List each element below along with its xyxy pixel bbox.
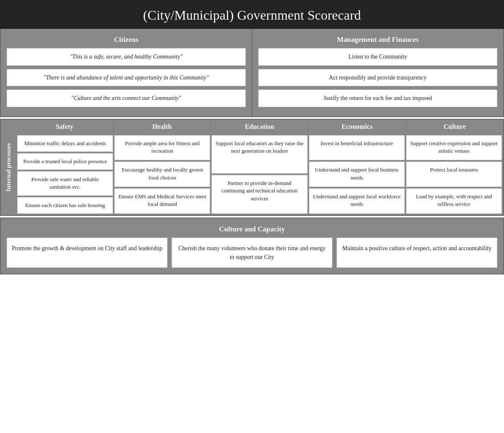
middle-content: Safety Health Education Economics Cultur… xyxy=(16,120,503,215)
citizens-card-2: "There is and abundance of talent and op… xyxy=(7,69,246,87)
education-cell-1: Support local educators as they raise th… xyxy=(211,135,307,174)
page-wrapper: (City/Municipal) Government Scorecard Ci… xyxy=(0,0,504,274)
middle-section: Internal processes Safety Health Educati… xyxy=(0,119,504,216)
bottom-header: Culture and Capacity xyxy=(7,223,497,238)
education-cell-2: Partner to provide in-demand continuing … xyxy=(211,175,307,213)
cat-header-economics: Economics xyxy=(309,120,406,134)
category-cells: Minimize traffic delays and accidents Pr… xyxy=(16,134,503,215)
health-cell-3: Ensure EMS and Medical Services meet loc… xyxy=(114,188,210,214)
category-headers: Safety Health Education Economics Cultur… xyxy=(16,120,503,134)
safety-cell-3: Provide safe water and reliable sanitati… xyxy=(17,171,113,195)
safety-cell-1: Minimize traffic delays and accidents xyxy=(17,135,113,152)
safety-cell-2: Provide a trusted local police presence xyxy=(17,153,113,170)
management-card-1: Listen to the Community xyxy=(258,48,497,66)
bottom-card-3: Maintain a positive culture of respect, … xyxy=(337,238,497,268)
health-cell-2: Encourage healthy and locally grown food… xyxy=(114,161,210,187)
education-col: Support local educators as they raise th… xyxy=(211,135,307,214)
bottom-card-1: Promote the growth & development on City… xyxy=(7,238,167,268)
citizens-card-1: "This is a safe, secure, and healthy Com… xyxy=(7,48,246,66)
culture-cell-3: Lead by example, with respect and selfle… xyxy=(406,188,502,214)
cat-header-health: Health xyxy=(113,120,211,134)
top-section: Citizens "This is a safe, secure, and he… xyxy=(0,29,504,117)
health-col: Provide ample area for fitness and recre… xyxy=(114,135,210,214)
economics-cell-2: Understand and support local business ne… xyxy=(309,161,405,187)
safety-col: Minimize traffic delays and accidents Pr… xyxy=(17,135,113,214)
page-title: (City/Municipal) Government Scorecard xyxy=(8,8,496,23)
internal-processes-label: Internal processes xyxy=(1,120,16,215)
cat-header-education: Education xyxy=(211,120,309,134)
management-card-2: Act responsibly and provide transparency xyxy=(258,69,497,87)
economics-cell-1: Invest in beneficial infrastructure xyxy=(309,135,405,161)
safety-cell-4: Ensure each citizen has safe housing xyxy=(17,197,113,214)
bottom-card-2: Cherish the many volunteers who donate t… xyxy=(172,238,332,268)
culture-cell-2: Protect local treasures xyxy=(406,161,502,187)
management-column: Management and Finances Listen to the Co… xyxy=(252,29,503,116)
bottom-section: Culture and Capacity Promote the growth … xyxy=(0,218,504,274)
title-bar: (City/Municipal) Government Scorecard xyxy=(0,0,504,29)
management-header: Management and Finances xyxy=(258,33,497,48)
economics-cell-3: Understand and support local workforce n… xyxy=(309,188,405,214)
citizens-header: Citizens xyxy=(7,33,246,48)
health-cell-1: Provide ample area for fitness and recre… xyxy=(114,135,210,161)
culture-cell-1: Support creative expression and support … xyxy=(406,135,502,161)
management-card-3: Justify the return for each fee and tax … xyxy=(258,90,497,107)
citizens-card-3: "Culture and the arts connect our Commun… xyxy=(7,90,246,107)
citizens-column: Citizens "This is a safe, secure, and he… xyxy=(1,29,252,116)
economics-col: Invest in beneficial infrastructure Unde… xyxy=(309,135,405,214)
bottom-cards: Promote the growth & development on City… xyxy=(7,238,497,268)
cat-header-culture: Culture xyxy=(406,120,503,134)
culture-col: Support creative expression and support … xyxy=(406,135,502,214)
cat-header-safety: Safety xyxy=(16,120,113,134)
